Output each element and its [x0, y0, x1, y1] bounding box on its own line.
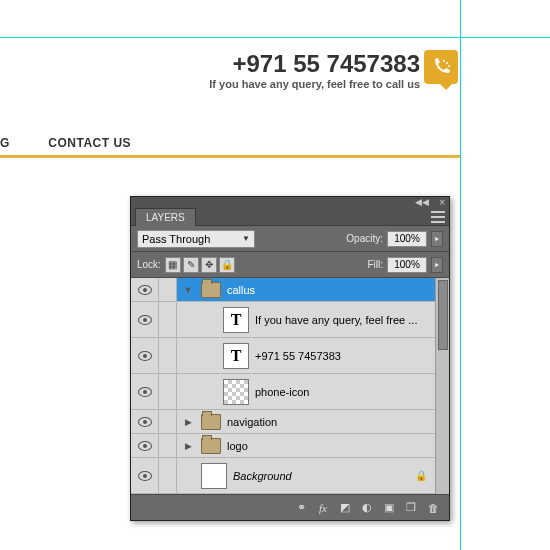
layer-row[interactable]: ▶logo — [131, 434, 449, 458]
phone-number-text: +971 55 7457383 — [209, 50, 420, 78]
disclosure-open-icon[interactable]: ▼ — [183, 285, 193, 295]
eye-icon — [138, 315, 152, 325]
lock-all-icon[interactable]: 🔒 — [219, 257, 235, 273]
opacity-label: Opacity: — [346, 233, 383, 244]
visibility-toggle[interactable] — [131, 302, 159, 337]
visibility-toggle[interactable] — [131, 338, 159, 373]
lock-row: Lock: ▦ ✎ ✥ 🔒 Fill: 100% ▸ — [131, 252, 449, 278]
blend-row: Pass Through ▼ Opacity: 100% ▸ — [131, 226, 449, 252]
lock-label: Lock: — [137, 259, 161, 270]
folder-icon[interactable] — [201, 414, 221, 430]
fx-icon[interactable]: fx — [315, 501, 331, 515]
fill-slider-icon[interactable]: ▸ — [431, 257, 443, 273]
guide-vertical[interactable] — [460, 0, 461, 550]
layer-name[interactable]: callus — [227, 284, 433, 296]
layer-thumbnail[interactable] — [223, 379, 249, 405]
adjustment-icon[interactable]: ◐ — [359, 501, 375, 515]
eye-icon — [138, 471, 152, 481]
eye-icon — [138, 351, 152, 361]
text-layer-icon: T — [231, 311, 242, 329]
nav-item[interactable]: G — [0, 136, 18, 150]
collapse-icon[interactable]: ◀◀ — [415, 197, 429, 207]
blend-mode-select[interactable]: Pass Through ▼ — [137, 230, 255, 248]
link-column — [159, 338, 177, 373]
visibility-toggle[interactable] — [131, 434, 159, 457]
folder-icon[interactable] — [201, 282, 221, 298]
link-column — [159, 302, 177, 337]
text-layer-icon: T — [231, 347, 242, 365]
fill-input[interactable]: 100% — [387, 257, 427, 273]
lock-transparency-icon[interactable]: ▦ — [165, 257, 181, 273]
link-column — [159, 458, 177, 493]
lock-paint-icon[interactable]: ✎ — [183, 257, 199, 273]
blend-mode-value: Pass Through — [142, 233, 210, 245]
layer-name[interactable]: navigation — [227, 416, 433, 428]
layers-list: ▼callusTIf you have any query, feel free… — [131, 278, 449, 494]
layer-name[interactable]: phone-icon — [255, 386, 433, 398]
folder-icon[interactable] — [201, 438, 221, 454]
layer-thumbnail[interactable] — [201, 463, 227, 489]
navigation-bar: G CONTACT US — [0, 133, 460, 151]
scrollbar[interactable] — [435, 278, 449, 494]
layer-name[interactable]: logo — [227, 440, 433, 452]
callus-block: +971 55 7457383 If you have any query, f… — [209, 50, 420, 90]
guide-horizontal[interactable] — [0, 37, 550, 38]
trash-icon[interactable]: 🗑 — [425, 501, 441, 515]
link-column — [159, 434, 177, 457]
layer-thumbnail[interactable]: T — [223, 343, 249, 369]
layer-row[interactable]: T+971 55 7457383 — [131, 338, 449, 374]
close-icon[interactable]: × — [439, 197, 445, 208]
nav-divider — [0, 155, 460, 158]
mask-icon[interactable]: ◩ — [337, 501, 353, 515]
new-layer-icon[interactable]: ❐ — [403, 501, 419, 515]
link-column — [159, 374, 177, 409]
panel-body: Pass Through ▼ Opacity: 100% ▸ Lock: ▦ ✎… — [131, 225, 449, 520]
scrollbar-thumb[interactable] — [438, 280, 448, 350]
phone-icon — [424, 50, 458, 84]
svg-point-0 — [443, 60, 445, 62]
design-canvas: +971 55 7457383 If you have any query, f… — [0, 0, 550, 550]
phone-tagline-text: If you have any query, feel free to call… — [209, 78, 420, 90]
layer-row[interactable]: Background🔒 — [131, 458, 449, 494]
visibility-toggle[interactable] — [131, 374, 159, 409]
eye-icon — [138, 441, 152, 451]
layer-row[interactable]: ▼callus — [131, 278, 449, 302]
lock-icons: ▦ ✎ ✥ 🔒 — [165, 257, 235, 273]
panel-menu-icon[interactable] — [431, 211, 445, 223]
link-layers-icon[interactable]: ⚭ — [293, 501, 309, 515]
visibility-toggle[interactable] — [131, 458, 159, 493]
eye-icon — [138, 417, 152, 427]
visibility-toggle[interactable] — [131, 410, 159, 433]
layer-name[interactable]: If you have any query, feel free ... — [255, 314, 433, 326]
eye-icon — [138, 387, 152, 397]
panel-footer: ⚭ fx ◩ ◐ ▣ ❐ 🗑 — [131, 494, 449, 520]
svg-point-1 — [446, 62, 448, 64]
layer-name[interactable]: Background — [233, 470, 415, 482]
link-column — [159, 278, 177, 301]
layers-tab[interactable]: LAYERS — [135, 208, 196, 226]
lock-position-icon[interactable]: ✥ — [201, 257, 217, 273]
layer-row[interactable]: TIf you have any query, feel free ... — [131, 302, 449, 338]
new-group-icon[interactable]: ▣ — [381, 501, 397, 515]
link-column — [159, 410, 177, 433]
layer-row[interactable]: phone-icon — [131, 374, 449, 410]
eye-icon — [138, 285, 152, 295]
fill-label: Fill: — [367, 259, 383, 270]
layer-row[interactable]: ▶navigation — [131, 410, 449, 434]
disclosure-closed-icon[interactable]: ▶ — [183, 441, 193, 451]
svg-point-2 — [448, 65, 450, 67]
layer-name[interactable]: +971 55 7457383 — [255, 350, 433, 362]
layers-panel[interactable]: ◀◀ × LAYERS Pass Through ▼ Opacity: 100%… — [130, 196, 450, 521]
visibility-toggle[interactable] — [131, 278, 159, 301]
nav-item-contact[interactable]: CONTACT US — [40, 136, 139, 150]
opacity-slider-icon[interactable]: ▸ — [431, 231, 443, 247]
lock-icon[interactable]: 🔒 — [415, 470, 427, 481]
opacity-input[interactable]: 100% — [387, 231, 427, 247]
chevron-down-icon: ▼ — [242, 234, 250, 243]
disclosure-closed-icon[interactable]: ▶ — [183, 417, 193, 427]
layer-thumbnail[interactable]: T — [223, 307, 249, 333]
panel-header[interactable]: ◀◀ × — [131, 197, 449, 207]
